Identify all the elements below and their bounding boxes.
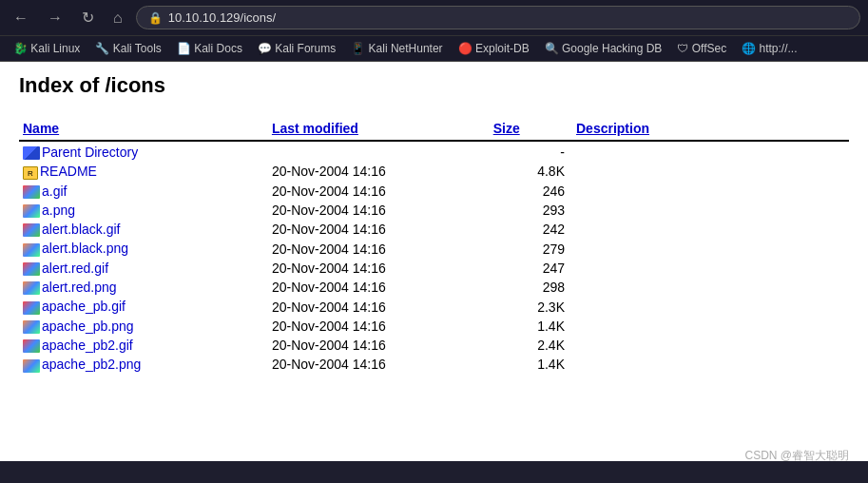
file-name-cell: RREADME [19,162,268,181]
file-size: 279 [490,239,572,258]
gif-icon [23,223,40,237]
table-row: alert.black.gif 20-Nov-2004 14:16 242 [19,220,849,239]
forward-button[interactable]: → [42,8,68,29]
parent-dir-icon [23,146,40,160]
png-icon [23,359,40,373]
file-desc [572,336,849,355]
file-modified: 20-Nov-2004 14:16 [268,355,490,374]
sort-by-name-link[interactable]: Name [23,121,59,136]
file-name-cell: alert.red.gif [19,259,268,278]
file-size: 1.4K [490,355,572,374]
watermark: CSDN @睿智大聪明 [744,448,849,461]
table-row: apache_pb.png 20-Nov-2004 14:16 1.4K [19,317,849,336]
table-header-row: Name Last modified Size Description [19,117,849,141]
gif-icon [23,185,40,199]
png-icon [23,320,40,334]
file-name-cell: apache_pb2.png [19,355,268,374]
bookmark-google-hacking[interactable]: 🔍 Google Hacking DB [539,40,668,57]
file-link[interactable]: apache_pb.gif [42,299,125,314]
file-desc [572,278,849,297]
png-icon [23,243,40,257]
file-modified: 20-Nov-2004 14:16 [268,182,490,201]
bookmark-kali-linux[interactable]: 🐉 Kali Linux [8,40,86,57]
file-name-cell: alert.black.png [19,239,268,258]
file-name-cell: a.png [19,201,268,220]
browser-chrome: ← → ↻ ⌂ 🔒 10.10.10.129/icons/ 🐉 Kali Lin… [0,0,868,62]
file-table: Name Last modified Size Description Pare… [19,117,849,375]
table-row: alert.red.png 20-Nov-2004 14:16 298 [19,278,849,297]
file-size: 2.3K [490,297,572,316]
file-desc [572,220,849,239]
bookmark-kali-tools[interactable]: 🔧 Kali Tools [89,40,166,57]
file-desc [572,143,849,162]
file-link[interactable]: README [40,164,97,179]
file-size: 2.4K [490,336,572,355]
address-bar[interactable]: 🔒 10.10.10.129/icons/ [136,6,860,29]
back-button[interactable]: ← [8,8,34,29]
file-size: 247 [490,259,572,278]
file-name-cell: Parent Directory [19,143,268,162]
file-name-cell: alert.red.png [19,278,268,297]
file-size: 1.4K [490,317,572,336]
file-size: - [490,143,572,162]
table-row: a.gif 20-Nov-2004 14:16 246 [19,182,849,201]
table-row: alert.black.png 20-Nov-2004 14:16 279 [19,239,849,258]
gif-icon [23,339,40,353]
lock-icon: 🔒 [148,11,163,25]
file-link[interactable]: apache_pb2.png [42,357,141,372]
file-name-cell: apache_pb2.gif [19,336,268,355]
bookmark-exploit-db[interactable]: 🔴 Exploit-DB [453,40,535,57]
file-modified: 20-Nov-2004 14:16 [268,297,490,316]
file-modified: 20-Nov-2004 14:16 [268,220,490,239]
table-row: apache_pb.gif 20-Nov-2004 14:16 2.3K [19,297,849,316]
bookmark-offsec[interactable]: 🛡 OffSec [671,40,732,57]
file-desc [572,239,849,258]
file-link[interactable]: Parent Directory [42,145,138,160]
file-desc [572,182,849,201]
file-link[interactable]: a.gif [42,184,67,199]
file-size: 298 [490,278,572,297]
gif-icon [23,301,40,315]
file-desc [572,162,849,181]
table-row: Parent Directory - [19,143,849,162]
col-header-size: Size [490,117,572,141]
file-link[interactable]: apache_pb.png [42,319,134,334]
readme-icon: R [23,166,38,180]
gif-icon [23,262,40,276]
file-modified: 20-Nov-2004 14:16 [268,239,490,258]
png-icon [23,204,40,218]
table-row: RREADME 20-Nov-2004 14:16 4.8K [19,162,849,181]
table-row: alert.red.gif 20-Nov-2004 14:16 247 [19,259,849,278]
file-size: 293 [490,201,572,220]
file-modified: 20-Nov-2004 14:16 [268,259,490,278]
bookmark-kali-nethunter[interactable]: 📱 Kali NetHunter [345,40,448,57]
reload-button[interactable]: ↻ [76,7,100,29]
sort-by-desc-link[interactable]: Description [576,121,649,136]
nav-bar: ← → ↻ ⌂ 🔒 10.10.10.129/icons/ [0,0,868,35]
table-row: apache_pb2.gif 20-Nov-2004 14:16 2.4K [19,336,849,355]
file-link[interactable]: alert.red.gif [42,261,108,276]
home-button[interactable]: ⌂ [107,8,128,29]
sort-by-modified-link[interactable]: Last modified [272,121,358,136]
table-row: a.png 20-Nov-2004 14:16 293 [19,201,849,220]
sort-by-size-link[interactable]: Size [493,121,520,136]
file-desc [572,201,849,220]
bookmark-http[interactable]: 🌐 http://... [736,40,802,57]
bookmark-kali-forums[interactable]: 💬 Kali Forums [252,40,341,57]
file-name-cell: a.gif [19,182,268,201]
file-desc [572,297,849,316]
file-link[interactable]: apache_pb2.gif [42,338,133,353]
bookmark-kali-docs[interactable]: 📄 Kali Docs [171,40,248,57]
file-link[interactable]: a.png [42,203,75,218]
png-icon [23,281,40,295]
file-modified: 20-Nov-2004 14:16 [268,336,490,355]
page-content: Index of /icons Name Last modified Size … [0,62,868,461]
file-size: 4.8K [490,162,572,181]
file-link[interactable]: alert.black.png [42,241,128,256]
file-modified: 20-Nov-2004 14:16 [268,162,490,181]
file-link[interactable]: alert.red.png [42,280,117,295]
file-link[interactable]: alert.black.gif [42,222,120,237]
file-modified: 20-Nov-2004 14:16 [268,278,490,297]
bookmarks-bar: 🐉 Kali Linux 🔧 Kali Tools 📄 Kali Docs 💬 … [0,35,868,61]
file-name-cell: alert.black.gif [19,220,268,239]
